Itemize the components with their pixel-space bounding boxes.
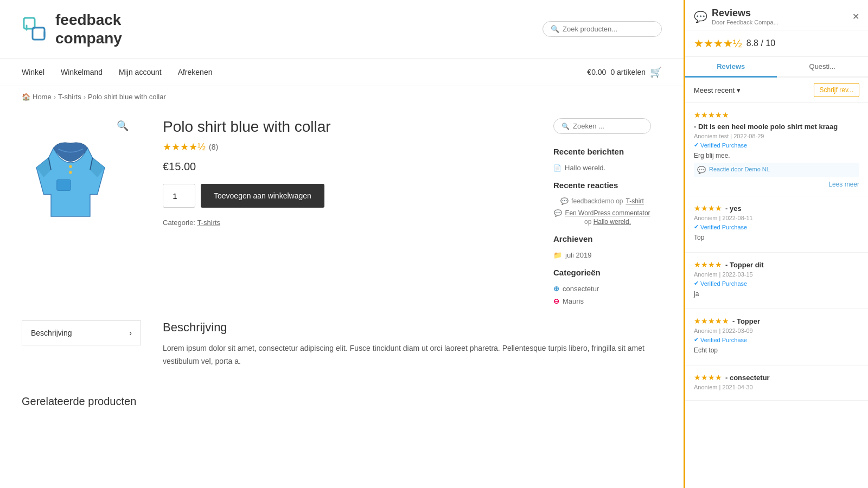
- review-item: ★★★★ - Topper dit Anoniem | 2022-03-15 ✔…: [685, 253, 868, 309]
- main-area: feedback company 🔍 Winkel Winkelmand Mij…: [0, 0, 684, 488]
- product-image-area: 🔍: [22, 118, 141, 228]
- verified-icon-2: ✔: [694, 223, 699, 230]
- search-icon: 🔍: [551, 25, 559, 33]
- review-body-1: Erg blij mee.: [694, 152, 859, 159]
- product-category: Categorie: T-shirts: [163, 219, 532, 227]
- comment-post-link-2[interactable]: Hallo wereld.: [593, 218, 631, 226]
- categories-list: ⊕ consectetur ⊖ Mauris: [553, 285, 651, 305]
- sort-dropdown[interactable]: Meest recent ▾: [694, 86, 741, 94]
- panel-overall-rating: ★★★★½ 8.8 / 10: [685, 30, 868, 57]
- category-item-consectetur[interactable]: ⊕ consectetur: [553, 285, 651, 293]
- related-products-title: Gerelateerde producten: [0, 390, 684, 419]
- archives-title: Archieven: [553, 234, 651, 243]
- cart-amount: €0.00: [587, 68, 606, 76]
- recent-post-link[interactable]: 📄 Hallo wereld.: [553, 164, 651, 172]
- nav-links: Winkel Winkelmand Mijn account Afrekenen: [22, 68, 212, 76]
- review-stars-1: ★★★★★: [694, 111, 729, 119]
- sort-chevron-icon: ▾: [737, 86, 741, 94]
- nav-link-winkel[interactable]: Winkel: [22, 68, 44, 76]
- nav-link-afrekenen[interactable]: Afrekenen: [178, 68, 213, 76]
- reviews-panel-title-area: 💬 Reviews Door Feedback Compa...: [694, 8, 778, 25]
- reviews-panel-icon: 💬: [694, 10, 707, 23]
- sidebar-search-input[interactable]: [573, 122, 643, 130]
- lees-meer-link-1[interactable]: Lees meer: [694, 181, 859, 188]
- desc-title: Beschrijving: [163, 320, 662, 335]
- review-meta-2: Anoniem | 2022-08-11: [694, 215, 859, 221]
- reviews-panel-title: Reviews: [712, 8, 778, 19]
- review-title-1: - Dit is een heel mooie polo shirt met k…: [694, 123, 838, 131]
- svg-rect-4: [57, 180, 71, 191]
- category-minus-icon: ⊖: [553, 297, 559, 305]
- recent-comments-list: 💬 feedbackdemo op T-shirt 💬 Een WordPres…: [553, 197, 651, 226]
- reviews-panel-header: 💬 Reviews Door Feedback Compa... ✕: [685, 0, 868, 30]
- comment-author-link[interactable]: Een WordPress commentator: [565, 209, 650, 217]
- verified-icon-4: ✔: [694, 336, 699, 343]
- add-to-cart-button[interactable]: Toevoegen aan winkelwagen: [201, 184, 324, 208]
- breadcrumb-tshirts-link[interactable]: T-shirts: [58, 93, 81, 101]
- sidebar-search-box[interactable]: 🔍: [553, 118, 651, 134]
- review-meta-4: Anoniem | 2022-03-09: [694, 328, 859, 334]
- cart-icon[interactable]: 🛒: [650, 66, 662, 78]
- desc-tab-area: Beschrijving ›: [22, 320, 141, 368]
- review-stars-title: ★★★★ - Topper dit: [694, 260, 859, 269]
- review-stars-5: ★★★★: [694, 373, 722, 382]
- close-panel-button[interactable]: ✕: [852, 11, 859, 22]
- verified-badge-4: ✔ Verified Purchase: [694, 336, 859, 343]
- product-review-count: (8): [209, 143, 218, 151]
- panel-overall-stars: ★★★★½: [694, 37, 742, 50]
- breadcrumb-sep1: ›: [54, 93, 56, 101]
- panel-tab-questions[interactable]: Questi...: [777, 57, 869, 78]
- nav-cart: €0.00 0 artikelen 🛒: [587, 66, 662, 78]
- zoom-icon[interactable]: 🔍: [115, 118, 130, 133]
- verified-icon-1: ✔: [694, 142, 699, 149]
- review-item: ★★★★★ - Dit is een heel mooie polo shirt…: [685, 103, 868, 196]
- breadcrumb-home-icon: 🏠: [22, 93, 30, 101]
- review-title-3: - Topper dit: [725, 261, 764, 269]
- quantity-input[interactable]: [163, 184, 195, 208]
- panel-toolbar: Meest recent ▾ Schrijf rev...: [685, 78, 868, 103]
- breadcrumb-home-link[interactable]: Home: [33, 93, 52, 101]
- logo-icon: [22, 16, 49, 43]
- panel-tab-reviews[interactable]: Reviews: [685, 57, 777, 78]
- add-to-cart-row: Toevoegen aan winkelwagen: [163, 184, 532, 208]
- product-stars: ★★★★½: [163, 141, 206, 153]
- panel-tabs: Reviews Questi...: [685, 57, 868, 78]
- nav: Winkel Winkelmand Mijn account Afrekenen…: [0, 59, 684, 86]
- archive-link[interactable]: 📁 juli 2019: [553, 251, 651, 259]
- cart-items: 0 artikelen: [610, 68, 646, 76]
- reviews-panel: 💬 Reviews Door Feedback Compa... ✕ ★★★★½…: [684, 0, 868, 488]
- sidebar-right: 🔍 Recente berichten 📄 Hallo wereld. Rece…: [553, 107, 662, 310]
- review-meta-1: Anoniem test | 2022-08-29: [694, 133, 859, 139]
- product-price: €15.00: [163, 160, 532, 173]
- nav-link-mijn-account[interactable]: Mijn account: [119, 68, 162, 76]
- comment-icon-1: 💬: [560, 197, 569, 205]
- svg-point-6: [69, 171, 72, 174]
- review-stars-title: ★★★★ - consectetur: [694, 373, 859, 382]
- category-plus-icon: ⊕: [553, 285, 559, 293]
- nav-link-winkelmand[interactable]: Winkelmand: [61, 68, 103, 76]
- reviews-panel-subtitle: Door Feedback Compa...: [712, 19, 778, 25]
- description-tab[interactable]: Beschrijving ›: [22, 320, 141, 345]
- review-title-2: - yes: [725, 204, 742, 213]
- product-sidebar-row: 🔍: [0, 107, 684, 310]
- review-stars-2: ★★★★: [694, 204, 722, 213]
- recent-posts-list: 📄 Hallo wereld.: [553, 164, 651, 172]
- header-search-box[interactable]: 🔍: [542, 21, 662, 37]
- header: feedback company 🔍: [0, 0, 684, 59]
- product-rating: ★★★★½ (8): [163, 141, 532, 153]
- description-section: Beschrijving › Beschrijving Lorem ipsum …: [0, 310, 684, 390]
- product-title: Polo shirt blue with collar: [163, 118, 532, 136]
- category-item-mauris[interactable]: ⊖ Mauris: [553, 297, 651, 305]
- breadcrumb: 🏠 Home › T-shirts › Polo shirt blue with…: [0, 86, 684, 107]
- review-stars-title: ★★★★★ - Dit is een heel mooie polo shirt…: [694, 111, 859, 131]
- category-link[interactable]: T-shirts: [197, 219, 220, 227]
- review-response-1: 💬 Reactie door Demo NL: [694, 163, 859, 177]
- review-meta-3: Anoniem | 2022-03-15: [694, 271, 859, 278]
- review-title-4: - Topper: [732, 317, 760, 325]
- comment-post-link-1[interactable]: T-shirt: [626, 197, 644, 205]
- write-review-button[interactable]: Schrijf rev...: [814, 83, 859, 97]
- review-stars-title: ★★★★ - yes: [694, 204, 859, 213]
- search-input[interactable]: [563, 25, 654, 33]
- verified-badge-1: ✔ Verified Purchase: [694, 142, 859, 149]
- recent-comments-title: Recente reacties: [553, 181, 651, 190]
